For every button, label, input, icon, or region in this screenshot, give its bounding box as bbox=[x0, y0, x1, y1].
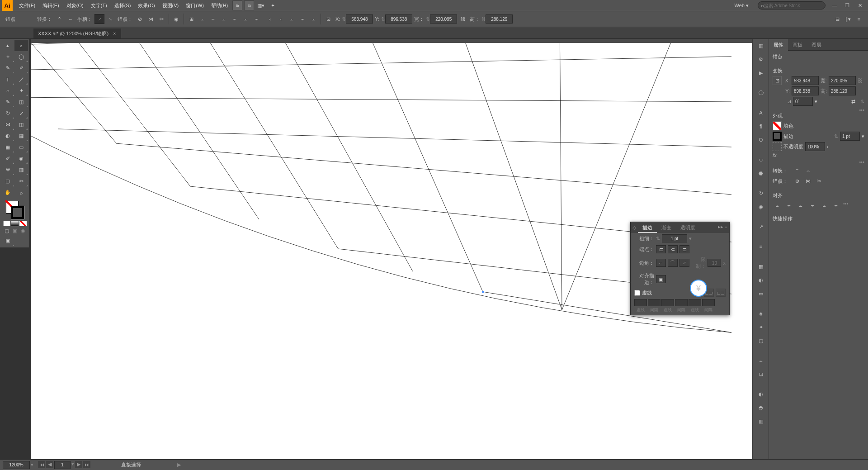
dash-align-icon[interactable]: ⊏⊐ bbox=[716, 289, 726, 297]
prop-x-input[interactable] bbox=[792, 76, 819, 85]
handle-show-icon[interactable]: ⟋ bbox=[94, 14, 104, 24]
symbols-icon[interactable]: ♣ bbox=[753, 307, 769, 320]
stock-icon[interactable]: St bbox=[244, 0, 254, 10]
align-b-btn[interactable]: ⫟ bbox=[831, 201, 840, 210]
color-guide-icon[interactable]: ◉ bbox=[753, 200, 769, 214]
pin-icon[interactable]: ⊟ bbox=[832, 14, 842, 24]
paragraph-icon[interactable]: ¶ bbox=[753, 119, 769, 133]
tab-stroke[interactable]: 描边 bbox=[638, 222, 657, 233]
search-input[interactable] bbox=[764, 3, 822, 8]
artboard-tool[interactable]: ▢ bbox=[1, 176, 14, 187]
menu-object[interactable]: 对象(O) bbox=[63, 0, 87, 11]
brushes-icon[interactable]: ✦ bbox=[753, 320, 769, 334]
cap-butt-icon[interactable]: ⊏ bbox=[656, 245, 666, 253]
anchor-connect-icon[interactable]: ⋈ bbox=[146, 14, 156, 24]
stroke-swatch[interactable] bbox=[11, 206, 24, 219]
fill-stroke-swatch[interactable] bbox=[6, 201, 24, 219]
dash-1[interactable] bbox=[634, 299, 647, 306]
tab-transparency[interactable]: 透明度 bbox=[676, 222, 700, 233]
angle-input[interactable] bbox=[793, 97, 813, 106]
direct-selection-tool[interactable]: ▵ bbox=[14, 40, 28, 51]
cap-square-icon[interactable]: ⊐ bbox=[679, 245, 689, 253]
properties-icon[interactable]: ⚙ bbox=[753, 52, 769, 66]
curvature-tool[interactable]: ✐ bbox=[14, 62, 28, 74]
close-tab-icon[interactable]: × bbox=[113, 31, 116, 36]
lasso-tool[interactable]: ◯ bbox=[14, 51, 28, 62]
zoom-chevron-icon[interactable]: ▾ bbox=[31, 462, 33, 468]
gpu-icon[interactable]: ✦ bbox=[268, 0, 278, 10]
hand-tool[interactable]: ✋ bbox=[1, 187, 14, 198]
align-vcenter-icon[interactable]: ⫠ bbox=[241, 14, 250, 24]
rotate-tool[interactable]: ↻ bbox=[1, 108, 14, 119]
transform-ref-icon[interactable]: ⊡ bbox=[323, 14, 333, 24]
menu-effect[interactable]: 效果(C) bbox=[134, 0, 158, 11]
color-icon[interactable]: ◐ bbox=[753, 273, 769, 287]
export-icon[interactable]: ↗ bbox=[753, 220, 769, 233]
fx-icon[interactable]: fx. bbox=[773, 152, 778, 158]
draw-normal-icon[interactable]: ▢ bbox=[3, 228, 10, 233]
reference-point-icon[interactable]: ⊡ bbox=[773, 76, 782, 85]
zoom-input[interactable] bbox=[3, 461, 30, 469]
next-artboard-icon[interactable]: ▶ bbox=[75, 461, 82, 468]
workspace-switcher[interactable]: Web ▾ bbox=[728, 3, 755, 9]
limit-input[interactable] bbox=[708, 259, 721, 267]
eraser-tool[interactable]: ◫ bbox=[14, 96, 28, 108]
gap-3[interactable] bbox=[702, 299, 715, 306]
dist-v-icon[interactable]: ⫞ bbox=[276, 14, 286, 24]
dist-right-icon[interactable]: ⫠ bbox=[308, 14, 318, 24]
anchor-cut-icon[interactable]: ✂ bbox=[156, 14, 166, 24]
x-input[interactable] bbox=[346, 14, 373, 24]
weight-input[interactable] bbox=[662, 234, 687, 242]
handle-hide-icon[interactable]: ⟍ bbox=[105, 14, 115, 24]
transform-panel-icon[interactable]: ⊡ bbox=[753, 367, 769, 381]
gradient-tool[interactable]: ▭ bbox=[14, 142, 28, 153]
graphic-styles-icon[interactable]: ▢ bbox=[753, 334, 769, 347]
corner-round-icon[interactable]: ⌒ bbox=[668, 259, 678, 267]
prop-y-input[interactable] bbox=[792, 86, 819, 95]
document-tab[interactable]: XXXX.ai* @ 1200% (RGB/轮廓) × bbox=[33, 28, 121, 38]
color-none-icon[interactable] bbox=[19, 221, 27, 226]
flip-v-icon[interactable]: ⥮ bbox=[860, 99, 864, 104]
convert-smooth-icon[interactable]: ⌢ bbox=[65, 14, 75, 24]
first-artboard-icon[interactable]: ⏮ bbox=[38, 461, 45, 468]
swatches-icon[interactable]: ▦ bbox=[753, 260, 769, 273]
stroke-weight-input[interactable] bbox=[840, 132, 860, 141]
align-right-icon[interactable]: ⫠ bbox=[219, 14, 229, 24]
gap-2[interactable] bbox=[675, 299, 688, 306]
gap-1[interactable] bbox=[648, 299, 660, 306]
tab-layers[interactable]: 图层 bbox=[807, 39, 826, 51]
anchor-cut-btn[interactable]: ✂ bbox=[814, 176, 823, 185]
pathfinder-icon[interactable]: ◓ bbox=[753, 401, 769, 414]
status-play-icon[interactable]: ▶ bbox=[177, 462, 181, 468]
anchor-remove-btn[interactable]: ⊘ bbox=[793, 176, 802, 185]
dash-checkbox[interactable] bbox=[634, 290, 640, 296]
shaper-tool[interactable]: ✎ bbox=[1, 96, 14, 108]
draw-behind-icon[interactable]: ▣ bbox=[11, 228, 19, 233]
tab-gradient[interactable]: 渐变 bbox=[657, 222, 676, 233]
recolor-icon[interactable]: ↻ bbox=[753, 186, 769, 200]
screen-mode-tool[interactable]: ▣ bbox=[1, 235, 14, 247]
width-tool[interactable]: ⋈ bbox=[1, 119, 14, 130]
ellipse-tool[interactable]: ○ bbox=[1, 85, 14, 96]
perspective-tool[interactable]: ▦ bbox=[14, 130, 28, 142]
actions-icon[interactable]: ▶ bbox=[753, 66, 769, 80]
align-stroke-center-icon[interactable]: ▣ bbox=[656, 275, 666, 283]
tab-artboards[interactable]: 画板 bbox=[788, 39, 807, 51]
corner-bevel-icon[interactable]: ⟋ bbox=[679, 259, 689, 267]
ctrl-menu-icon[interactable]: ≡ bbox=[854, 14, 864, 24]
symbol-sprayer-tool[interactable]: ❋ bbox=[1, 164, 14, 176]
color-gradient-icon[interactable] bbox=[11, 221, 19, 226]
selection-tool[interactable]: ▴ bbox=[1, 40, 14, 51]
slice-tool[interactable]: ✂ bbox=[14, 176, 28, 187]
align-t-btn[interactable]: ⫟ bbox=[808, 201, 817, 210]
zoom-tool[interactable]: ⌕ bbox=[14, 187, 28, 198]
anchor-connect-btn[interactable]: ⋈ bbox=[803, 176, 812, 185]
menu-file[interactable]: 文件(F) bbox=[15, 0, 39, 11]
selected-anchor[interactable] bbox=[482, 291, 484, 293]
link-wh-props-icon[interactable]: ⛓ bbox=[858, 78, 863, 83]
prop-w-input[interactable] bbox=[829, 76, 856, 85]
minimize-button[interactable]: — bbox=[828, 0, 841, 10]
settings-icon[interactable]: ‖▾ bbox=[843, 14, 853, 24]
type-tool[interactable]: T bbox=[1, 74, 14, 85]
close-button[interactable]: ✕ bbox=[854, 0, 866, 10]
